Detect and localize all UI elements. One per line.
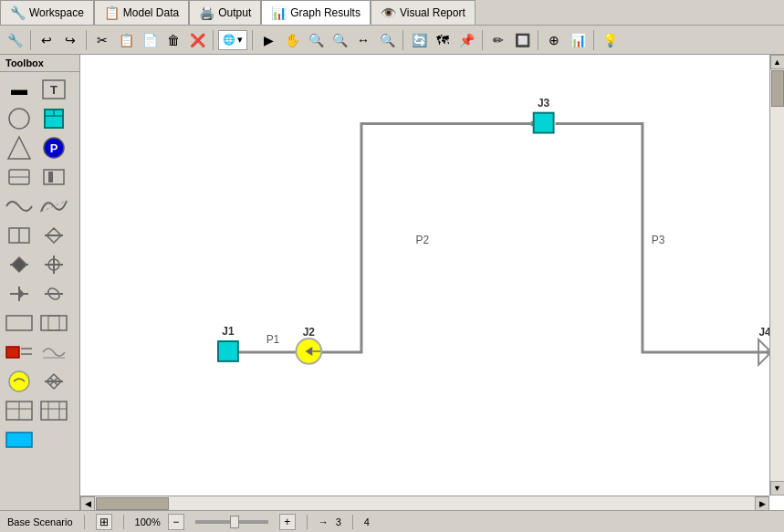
toolbox-reservoir[interactable] — [38, 105, 69, 132]
scroll-thumb-horizontal[interactable] — [96, 497, 169, 510]
arrow-icon: → — [319, 516, 329, 527]
zoom-fit-btn[interactable]: ↔ — [352, 29, 374, 51]
redo-btn[interactable]: ↪ — [59, 29, 81, 51]
zoom-out-btn[interactable]: 🔍 — [329, 29, 350, 51]
tab-graph-results[interactable]: 📊 Graph Results — [261, 0, 371, 25]
tab-output[interactable]: 🖨️ Output — [189, 0, 261, 25]
toolbox-red-item[interactable] — [4, 339, 35, 366]
close-btn[interactable]: ❌ — [186, 29, 208, 51]
toolbox-title: Toolbox — [0, 55, 79, 72]
toolbox-triangle[interactable] — [4, 134, 35, 162]
cut-btn[interactable]: ✂ — [91, 29, 113, 51]
rotate-btn[interactable]: 🔄 — [408, 29, 430, 51]
node-J4-label: J4 — [758, 326, 769, 339]
sep4 — [252, 30, 253, 50]
undo-btn[interactable]: ↩ — [36, 29, 57, 51]
toolbox-hex2[interactable] — [38, 397, 69, 424]
pipe-P3-label: P3 — [652, 234, 665, 246]
toolbox-T-junction[interactable] — [4, 222, 35, 249]
new-btn[interactable]: 🔧 — [4, 29, 26, 51]
zoom-in-btn[interactable]: 🔍 — [305, 29, 327, 51]
scrollbar-vertical[interactable]: ▲ ▼ — [769, 55, 784, 495]
canvas-area[interactable]: P1 P2 P3 J1 J2 J3 J4 — [80, 55, 784, 510]
toolbox-pump[interactable]: P — [38, 134, 69, 162]
svg-marker-25 — [19, 288, 25, 299]
tab-model-data[interactable]: 📋 Model Data — [94, 0, 189, 25]
toolbox-curve[interactable] — [4, 193, 35, 220]
scroll-up-btn[interactable]: ▲ — [770, 55, 785, 69]
tab-workspace[interactable]: 🔧 Workspace — [0, 0, 94, 25]
zoom-slider[interactable] — [195, 520, 268, 524]
toolbox-pipe[interactable]: ▬ — [4, 76, 35, 103]
hand-btn[interactable]: ✋ — [281, 29, 303, 51]
toolbox-rect2[interactable] — [38, 309, 69, 337]
toolbox-gear[interactable] — [4, 251, 35, 278]
pin-btn[interactable]: 📌 — [455, 29, 477, 51]
scroll-right-btn[interactable]: ▶ — [755, 496, 769, 511]
select-btn[interactable]: ▶ — [257, 29, 279, 51]
scenario-label: Base Scenario — [7, 516, 73, 527]
toolbox-wave[interactable] — [38, 339, 69, 366]
toolbox-cross-valve[interactable] — [38, 251, 69, 278]
toolbox-text[interactable]: T — [38, 76, 69, 103]
scroll-thumb-vertical[interactable] — [771, 70, 784, 107]
zoom-in-status-btn[interactable]: + — [279, 514, 296, 530]
tab-output-label: Output — [218, 6, 251, 19]
svg-text:P: P — [50, 141, 58, 155]
sep7 — [538, 30, 538, 50]
scrollbar-horizontal[interactable]: ◀ ▶ — [80, 495, 769, 510]
plus-btn[interactable]: ⊕ — [543, 29, 565, 51]
chart-btn[interactable]: 📊 — [567, 29, 589, 51]
zoom-label: 100% — [135, 516, 161, 527]
model-data-icon: 📋 — [104, 5, 120, 20]
toolbox-circle[interactable] — [4, 105, 35, 132]
zoom-slider-thumb[interactable] — [230, 516, 239, 528]
svg-rect-30 — [48, 316, 59, 330]
tab-bar: 🔧 Workspace 📋 Model Data 🖨️ Output 📊 Gra… — [0, 0, 784, 26]
toolbox-butterfly[interactable] — [38, 280, 69, 308]
svg-marker-6 — [8, 137, 30, 159]
toolbox-grid[interactable] — [4, 397, 35, 424]
toolbox-hex[interactable] — [4, 163, 35, 191]
visual-report-icon: 👁️ — [381, 5, 396, 20]
fit-view-btn[interactable]: ⊞ — [96, 514, 112, 530]
sep1 — [30, 30, 31, 50]
node-J2-label: J2 — [303, 326, 316, 339]
main-area: Toolbox ▬ T P — [0, 55, 784, 510]
toolbox-shape[interactable] — [38, 163, 69, 191]
tab-visual-report[interactable]: 👁️ Visual Report — [371, 0, 476, 25]
toolbox-check-valve[interactable] — [4, 280, 35, 308]
globe-dropdown[interactable]: 🌐 ▾ — [218, 30, 247, 50]
node-J1-box — [218, 341, 238, 361]
map-btn[interactable]: 🗺 — [432, 29, 454, 51]
toolbox-X-valve[interactable] — [38, 368, 69, 395]
scroll-left-btn[interactable]: ◀ — [80, 496, 95, 511]
toolbox-rect[interactable] — [4, 309, 35, 337]
node-J3-box — [534, 113, 554, 133]
graph-results-icon: 📊 — [271, 5, 287, 20]
scroll-track-horizontal[interactable] — [95, 496, 755, 511]
box-btn[interactable]: 🔲 — [511, 29, 533, 51]
toolbox-items: ▬ T P — [0, 72, 79, 457]
svg-rect-43 — [41, 402, 67, 420]
pipe-P2-label: P2 — [416, 234, 430, 246]
node-J3-label: J3 — [538, 97, 550, 110]
count2: 4 — [364, 516, 370, 527]
zoom-out-status-btn[interactable]: − — [168, 514, 184, 530]
svg-rect-47 — [6, 433, 32, 447]
zoom-area-btn[interactable]: 🔍 — [376, 29, 398, 51]
status-sep2 — [123, 515, 124, 529]
delete-btn[interactable]: 🗑 — [162, 29, 184, 51]
scroll-down-btn[interactable]: ▼ — [770, 481, 785, 495]
light-btn[interactable]: 💡 — [599, 29, 621, 51]
copy-btn[interactable]: 📋 — [115, 29, 137, 51]
toolbox-curve2[interactable] — [38, 193, 69, 220]
paste-btn[interactable]: 📄 — [139, 29, 161, 51]
scroll-track-vertical[interactable] — [770, 69, 785, 481]
svg-marker-19 — [12, 257, 26, 272]
toolbox-blue-rect[interactable] — [4, 426, 35, 454]
toolbox-panel: Toolbox ▬ T P — [0, 55, 80, 510]
toolbox-pump2[interactable] — [4, 368, 35, 395]
toolbox-valve[interactable] — [38, 222, 69, 249]
edit-btn[interactable]: ✏ — [487, 29, 509, 51]
